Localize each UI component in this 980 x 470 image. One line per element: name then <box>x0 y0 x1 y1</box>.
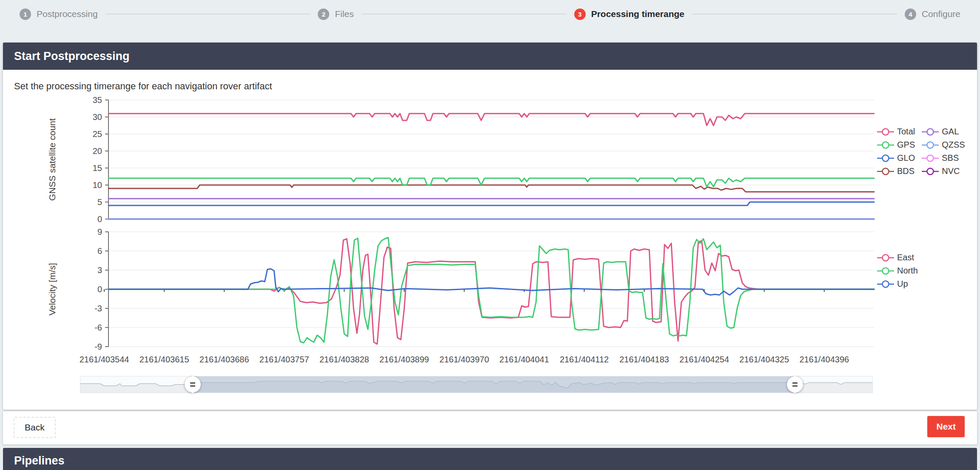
velocity-chart-legend: EastNorthUp <box>877 251 918 291</box>
legend-label: GLO <box>897 153 915 163</box>
legend-label: Up <box>897 279 908 289</box>
satellite-chart-legend: TotalGPSGLOBDSGALQZSSSBSNVC <box>877 125 965 178</box>
legend-label: NVC <box>942 166 960 176</box>
timerange-end-handle[interactable] <box>787 376 803 393</box>
legend-column: EastNorthUp <box>877 251 918 291</box>
legend-marker-icon <box>922 168 939 175</box>
next-button[interactable]: Next <box>927 416 965 437</box>
legend-label: SBS <box>942 153 959 163</box>
legend-marker-icon <box>922 154 939 162</box>
legend-label: QZSS <box>942 140 965 150</box>
step-files[interactable]: 2Files <box>318 9 353 20</box>
step-label: Processing timerange <box>591 9 684 19</box>
step-label: Files <box>335 9 353 19</box>
pipelines-header: Pipelines <box>3 448 977 470</box>
page-title: Start Postprocessing <box>14 50 130 63</box>
legend-column: GALQZSSSBSNVC <box>922 125 965 178</box>
legend-marker-icon <box>922 141 939 149</box>
step-connector <box>692 14 897 14</box>
step-number-badge: 1 <box>20 9 31 20</box>
step-number-badge: 3 <box>574 9 586 20</box>
back-button[interactable]: Back <box>14 417 56 438</box>
legend-item-nvc[interactable]: NVC <box>922 165 965 178</box>
legend-item-gps[interactable]: GPS <box>877 138 915 151</box>
legend-label: GAL <box>942 127 959 137</box>
legend-item-bds[interactable]: BDS <box>877 165 915 178</box>
legend-marker-icon <box>877 254 894 262</box>
timerange-slider[interactable] <box>80 376 873 393</box>
legend-item-total[interactable]: Total <box>877 125 915 138</box>
legend-label: East <box>897 253 914 262</box>
step-configure[interactable]: 4Configure <box>905 9 960 20</box>
step-connector <box>105 14 311 14</box>
legend-marker-icon <box>877 128 894 136</box>
wizard-stepper: 1Postprocessing2Files3Processing timeran… <box>20 6 960 22</box>
legend-item-glo[interactable]: GLO <box>877 151 915 165</box>
step-postprocessing[interactable]: 1Postprocessing <box>20 9 98 20</box>
step-label: Postprocessing <box>37 9 98 19</box>
legend-marker-icon <box>877 154 894 162</box>
legend-label: North <box>897 266 918 276</box>
main-card: Start Postprocessing <box>3 43 977 410</box>
step-number-badge: 2 <box>318 9 329 20</box>
page: 1Postprocessing2Files3Processing timeran… <box>0 0 980 470</box>
legend-label: Total <box>897 127 915 137</box>
step-connector <box>362 14 567 14</box>
legend-label: BDS <box>897 166 914 176</box>
step-number-badge: 4 <box>905 9 916 20</box>
wizard-footer: Back Next <box>3 411 977 444</box>
timerange-selection[interactable] <box>193 376 795 393</box>
legend-item-qzss[interactable]: QZSS <box>922 138 965 151</box>
instruction-text: Set the processing timerange for each na… <box>14 81 272 92</box>
pipelines-title: Pipelines <box>14 454 65 467</box>
card-header: Start Postprocessing <box>3 43 977 70</box>
legend-item-north[interactable]: North <box>877 264 918 277</box>
legend-item-east[interactable]: East <box>877 251 918 264</box>
legend-marker-icon <box>922 128 939 136</box>
legend-column: TotalGPSGLOBDS <box>877 125 915 178</box>
step-label: Configure <box>922 9 960 19</box>
legend-item-sbs[interactable]: SBS <box>922 151 965 165</box>
legend-item-gal[interactable]: GAL <box>922 125 965 138</box>
legend-label: GPS <box>897 140 915 150</box>
step-processing-timerange[interactable]: 3Processing timerange <box>574 9 684 20</box>
legend-marker-icon <box>877 267 894 275</box>
legend-item-up[interactable]: Up <box>877 277 918 291</box>
legend-marker-icon <box>877 168 894 175</box>
legend-marker-icon <box>877 141 894 149</box>
legend-marker-icon <box>877 280 894 288</box>
